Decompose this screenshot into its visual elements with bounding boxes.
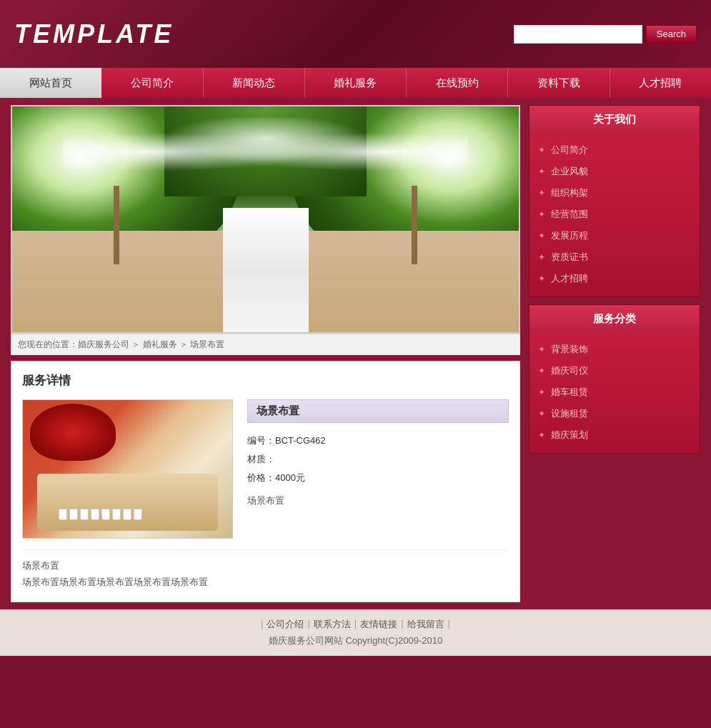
search-button[interactable]: Search (646, 25, 697, 44)
sidebar-about-item-6[interactable]: ✦ 人才招聘 (529, 268, 700, 289)
footer-link-1[interactable]: 联系方法 (314, 618, 351, 631)
service-section-title: 服务详情 (22, 372, 509, 389)
sidebar-service-label-2: 婚车租赁 (551, 386, 588, 399)
bottom-title: 场景布置 (22, 557, 509, 574)
footer-link-3[interactable]: 给我留言 (407, 618, 444, 631)
sidebar-about-label-2: 组织构架 (551, 186, 588, 199)
banner-left-stand (114, 186, 119, 265)
sidebar-service-item-2[interactable]: ✦ 婚车租赁 (529, 382, 700, 403)
sidebar-about-title: 关于我们 (529, 106, 700, 134)
search-area: Search (514, 25, 697, 44)
footer-link-2[interactable]: 友情链接 (360, 618, 397, 631)
svc-bullet-icon-1: ✦ (538, 366, 545, 376)
cup-4 (91, 509, 99, 520)
logo-text: TEMPLATE (14, 19, 174, 49)
main-content: 您现在的位置：婚庆服务公司 ＞ 婚礼服务 ＞ 场景布置 服务详情 (11, 105, 520, 602)
sidebar-about-item-4[interactable]: ✦ 发展历程 (529, 225, 700, 246)
svc-bullet-icon-3: ✦ (538, 409, 545, 419)
search-input[interactable] (514, 25, 642, 44)
bottom-desc: 场景布置场景布置场景布置场景布置场景布置 (22, 574, 509, 590)
cup-3 (80, 509, 89, 520)
sidebar-about-label-6: 人才招聘 (551, 272, 588, 285)
sidebar-service-card: 服务分类 ✦ 背景装饰 ✦ 婚庆司仪 ✦ 婚车租赁 ✦ 设施租赁 ✦ 婚庆策划 (529, 304, 700, 454)
nav-item-recruit[interactable]: 人才招聘 (610, 68, 711, 98)
sidebar-service-title: 服务分类 (529, 305, 700, 333)
sidebar-about-item-3[interactable]: ✦ 经营范围 (529, 204, 700, 225)
sidebar-service-label-1: 婚庆司仪 (551, 364, 588, 377)
navigation: 网站首页 公司简介 新闻动态 婚礼服务 在线预约 资料下载 人才招聘 (0, 68, 711, 98)
logo: TEMPLATE (14, 19, 174, 49)
header: TEMPLATE Search (0, 0, 711, 68)
bullet-icon-2: ✦ (538, 188, 545, 198)
footer-copyright: 婚庆服务公司网站 Copyright(C)2009-2010 (9, 634, 702, 647)
nav-item-download[interactable]: 资料下载 (508, 68, 610, 98)
service-code: 编号：BCT-CG462 (247, 432, 509, 450)
service-detail-box: 服务详情 (11, 361, 520, 602)
service-image (22, 399, 233, 539)
sidebar-about-label-1: 企业风貌 (551, 165, 588, 178)
service-desc: 场景布置 (247, 494, 509, 507)
banner-white-flowers (63, 118, 468, 186)
sidebar-about-item-5[interactable]: ✦ 资质证书 (529, 246, 700, 268)
breadcrumb: 您现在的位置：婚庆服务公司 ＞ 婚礼服务 ＞ 场景布置 (11, 334, 520, 355)
bullet-icon-3: ✦ (538, 209, 545, 219)
cup-2 (69, 509, 78, 520)
sidebar-about-item-1[interactable]: ✦ 企业风貌 (529, 161, 700, 182)
nav-item-about[interactable]: 公司简介 (101, 68, 203, 98)
service-image-cups (59, 509, 142, 520)
service-image-box (22, 399, 237, 539)
sidebar-about-label-5: 资质证书 (551, 251, 588, 264)
nav-item-wedding[interactable]: 婚礼服务 (305, 68, 407, 98)
sidebar-about-label-0: 公司简介 (551, 144, 588, 156)
service-price: 价格：4000元 (247, 469, 509, 487)
bullet-icon-6: ✦ (538, 274, 545, 284)
nav-item-news[interactable]: 新闻动态 (204, 68, 305, 98)
content-area: 您现在的位置：婚庆服务公司 ＞ 婚礼服务 ＞ 场景布置 服务详情 (0, 98, 711, 609)
svc-bullet-icon-4: ✦ (538, 430, 545, 440)
cup-8 (134, 509, 142, 520)
sidebar-service-item-0[interactable]: ✦ 背景装饰 (529, 339, 700, 360)
nav-item-booking[interactable]: 在线预约 (407, 68, 508, 98)
service-bottom-text: 场景布置 场景布置场景布置场景布置场景布置场景布置 (22, 549, 509, 591)
sidebar-about-card: 关于我们 ✦ 公司简介 ✦ 企业风貌 ✦ 组织构架 ✦ 经营范围 ✦ 发展历程 (529, 105, 700, 297)
sidebar-service-label-3: 设施租赁 (551, 407, 588, 420)
svc-bullet-icon-2: ✦ (538, 387, 545, 397)
sidebar: 关于我们 ✦ 公司简介 ✦ 企业风貌 ✦ 组织构架 ✦ 经营范围 ✦ 发展历程 (529, 105, 700, 602)
banner-right-stand (412, 186, 417, 265)
bullet-icon-4: ✦ (538, 231, 545, 241)
service-image-table (37, 474, 218, 531)
cup-5 (101, 509, 110, 520)
svc-bullet-icon-0: ✦ (538, 344, 545, 354)
banner-aisle (223, 208, 309, 332)
sidebar-about-label-4: 发展历程 (551, 229, 588, 242)
sidebar-service-item-1[interactable]: ✦ 婚庆司仪 (529, 360, 700, 382)
sidebar-service-label-0: 背景装饰 (551, 343, 588, 356)
service-inner: 场景布置 编号：BCT-CG462 材质： 价格：4000元 场景布置 (22, 399, 509, 539)
sidebar-service-item-3[interactable]: ✦ 设施租赁 (529, 403, 700, 424)
cup-7 (123, 509, 131, 520)
service-name-bar: 场景布置 (247, 399, 509, 423)
sidebar-about-label-3: 经营范围 (551, 208, 588, 221)
cup-6 (112, 509, 121, 520)
service-image-flowers (30, 404, 116, 461)
cup-1 (59, 509, 67, 520)
sidebar-service-label-4: 婚庆策划 (551, 429, 588, 442)
footer: | 公司介绍 | 联系方法 | 友情链接 | 给我留言 | 婚庆服务公司网站 C… (0, 609, 711, 656)
footer-links: | 公司介绍 | 联系方法 | 友情链接 | 给我留言 | (9, 618, 702, 631)
banner-image (11, 105, 520, 334)
service-info: 场景布置 编号：BCT-CG462 材质： 价格：4000元 场景布置 (247, 399, 509, 539)
sidebar-service-item-4[interactable]: ✦ 婚庆策划 (529, 424, 700, 446)
bullet-icon-0: ✦ (538, 145, 545, 155)
footer-link-0[interactable]: 公司介绍 (267, 618, 304, 631)
sidebar-about-item-0[interactable]: ✦ 公司简介 (529, 139, 700, 161)
bullet-icon-1: ✦ (538, 166, 545, 176)
bullet-icon-5: ✦ (538, 252, 545, 262)
sidebar-about-item-2[interactable]: ✦ 组织构架 (529, 182, 700, 204)
service-material: 材质： (247, 450, 509, 469)
nav-item-home[interactable]: 网站首页 (0, 68, 101, 98)
